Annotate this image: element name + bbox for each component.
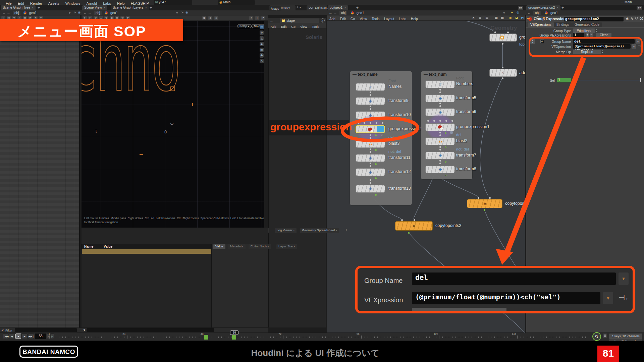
new-tab-button-4[interactable]: + <box>561 5 564 10</box>
forward-icon-3[interactable]: → <box>333 11 337 15</box>
sel-slider-track[interactable] <box>573 80 640 80</box>
crumb-obj-4[interactable]: obj <box>533 11 541 15</box>
tab-scene-graph-tree[interactable]: Scene Graph Tree× <box>1 5 36 10</box>
node-transform12[interactable]: ✚ <box>356 168 385 176</box>
right-tab-layer-stack[interactable]: Layer Stack <box>276 244 297 249</box>
group-type-spinner[interactable]: ▴▾ <box>596 29 597 32</box>
shelf-add-button[interactable]: + ▾ <box>297 5 301 9</box>
brush-icon[interactable]: ✎ <box>631 17 634 21</box>
filter-check-icon[interactable]: ✔ <box>1 328 4 332</box>
details-filter-input[interactable] <box>87 328 214 332</box>
net-menu-tools[interactable]: Tools <box>369 16 382 21</box>
net-menu-go[interactable]: Go <box>348 16 357 21</box>
net-menu-layout[interactable]: Layout <box>382 16 396 21</box>
net-toolbar-icon[interactable]: ▣ <box>508 16 513 20</box>
keys-channels-button[interactable]: 1 keys, 1/1 channels <box>609 334 642 339</box>
viewport-3d[interactable]: chno 1 0 0 Persp ▾ No cam ▾ Left mouse t… <box>82 21 264 228</box>
viewport-side-icon[interactable]: ◉ <box>260 42 264 46</box>
net-toolbar-icon[interactable]: ≣ <box>478 16 482 20</box>
new-tab-button-3[interactable]: + <box>356 5 359 10</box>
network-box-text_name[interactable]: — text_nameFontTNames✚transform9✚transfo… <box>350 71 412 205</box>
desktop-selector[interactable]: ◉ Main <box>218 0 255 5</box>
new-tab-button-2[interactable]: + <box>150 5 152 10</box>
stage-crumb[interactable]: 📁 stage <box>280 18 319 23</box>
dropdown-icon-2[interactable]: ▾ <box>176 11 178 15</box>
new-tab-button[interactable]: + <box>38 5 40 10</box>
play-button[interactable]: ▶ <box>22 334 28 339</box>
node-copytopoints2[interactable]: ∗ <box>395 221 433 231</box>
net-toolbar-icon[interactable]: ⬒ <box>542 16 546 20</box>
dropdown-icon-3[interactable]: ▾ <box>503 11 505 15</box>
sel-value-field[interactable]: 1 <box>557 78 572 82</box>
forward-icon[interactable]: → <box>7 11 10 15</box>
tab-geometry-spreadsheet[interactable]: Geometry Spreadsheet × <box>300 228 339 233</box>
filter-input[interactable] <box>15 328 77 332</box>
group-type-select[interactable]: Primitives <box>573 28 595 33</box>
back-icon-4[interactable]: ← <box>527 11 531 15</box>
node-transform5[interactable]: ✚ <box>425 95 455 102</box>
toolbar-icon[interactable]: ◐ <box>255 16 259 20</box>
details-filter-funnel[interactable]: ▼ <box>83 328 86 332</box>
node-name-field[interactable]: groupexpression2 <box>564 17 624 21</box>
stage-badge[interactable]: 1 <box>321 18 325 22</box>
stage-back-icon[interactable]: ← <box>270 18 273 22</box>
cursor-icon[interactable]: ➤ <box>511 11 513 14</box>
jump-end-button[interactable]: ▶▶❙ <box>28 334 34 339</box>
crumb-geo1-4[interactable]: geo1 <box>549 11 559 15</box>
forward-icon-2[interactable]: → <box>88 11 92 15</box>
node-group1[interactable] <box>489 34 517 42</box>
pin-icon-2[interactable]: ➤ <box>181 11 184 14</box>
net-toolbar-icon[interactable]: ▤ <box>485 16 489 20</box>
net-toolbar-icon[interactable]: ▬ <box>526 16 531 20</box>
node-copytopoints1[interactable]: ∗ <box>467 199 502 208</box>
right-tab-metadata[interactable]: Metadata <box>228 244 246 249</box>
tab-vexpressions[interactable]: VEXpressions <box>528 22 554 27</box>
node-Names[interactable]: T <box>356 83 385 91</box>
crumb-obj-2[interactable]: obj <box>94 11 102 15</box>
crumb-obj-3[interactable]: obj <box>339 11 347 15</box>
node-blast2[interactable]: ▲▲ <box>425 137 455 145</box>
help-icon[interactable]: ? <box>640 17 643 20</box>
crumb-obj-1[interactable]: obj <box>13 11 20 15</box>
back-icon-2[interactable]: ← <box>83 11 87 15</box>
magnifier-icon[interactable] <box>635 17 638 19</box>
node-blast3[interactable]: ▲▲ <box>356 140 385 148</box>
net-toolbar-icon[interactable]: ◩ <box>520 16 525 20</box>
net-menu-add[interactable]: Add <box>327 16 338 21</box>
current-frame-field[interactable]: 58 <box>35 334 46 339</box>
net-menu-view[interactable]: View <box>357 16 369 21</box>
node-transform13[interactable]: ✚ <box>356 185 385 193</box>
jump-start-button[interactable]: ❙◀◀ <box>3 334 8 339</box>
gear-icon[interactable]: ✱ <box>626 17 629 21</box>
crumb-geo1-3[interactable]: geo1 <box>355 11 366 15</box>
stop-button[interactable]: ■ <box>15 334 21 339</box>
col-value-header[interactable]: Value <box>104 245 112 248</box>
viewport-side-icon[interactable]: ◇ <box>260 59 264 63</box>
viewport-side-icon[interactable]: ❖ <box>260 31 264 35</box>
toolbar-icon[interactable]: ☀ <box>249 16 253 20</box>
network-box-text_num[interactable]: — text_numFontTNumbers✚transform5✚transf… <box>421 71 472 179</box>
scene-selector[interactable]: ⊞ y347 <box>154 0 192 5</box>
toolbar-icon[interactable]: ≋ <box>214 16 218 20</box>
toolbar-icon[interactable]: ⚑ <box>261 16 265 20</box>
shelf-lop-lights[interactable]: LOP Lights an... <box>307 5 327 10</box>
details-new-tab[interactable]: + <box>345 228 347 232</box>
link-icon[interactable]: ◉ <box>78 11 80 14</box>
stage-canvas[interactable]: Solaris <box>268 28 326 327</box>
pane-menu-icon[interactable]: ■▾ <box>518 6 523 10</box>
tab-groupexpression2[interactable]: groupexpression2× <box>526 5 560 10</box>
selected-tree-row[interactable] <box>82 249 211 254</box>
viewport-side-icon[interactable]: ◬ <box>260 36 264 41</box>
persp-pill[interactable]: Persp ▾ <box>237 24 252 28</box>
autokey-icon[interactable]: ▦ <box>603 334 607 338</box>
crumb-geo1-1[interactable]: geo1 <box>28 11 38 15</box>
callout-name-dropdown[interactable]: ▼ <box>619 273 629 285</box>
node-add2[interactable]: ~ <box>489 69 517 77</box>
playhead[interactable] <box>232 335 236 340</box>
net-toolbar-icon[interactable]: ◯ <box>536 16 540 20</box>
toolbar-icon[interactable]: ◈ <box>208 16 212 20</box>
key-icon[interactable]: ⚲ <box>591 330 603 343</box>
tab-log-viewer[interactable]: Log Viewer × <box>275 228 296 233</box>
back-icon-3[interactable]: ← <box>329 11 332 15</box>
net-toolbar-icon[interactable]: ✖ <box>471 16 476 20</box>
